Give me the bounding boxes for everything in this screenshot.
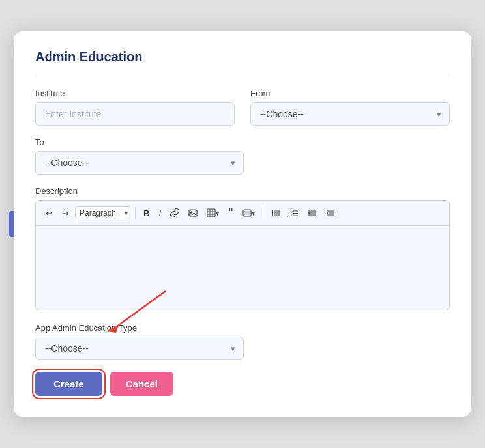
- form-group-institute: Institute: [35, 89, 235, 126]
- bold-button[interactable]: B: [140, 206, 153, 220]
- ordered-list-button[interactable]: 1.2.3.: [286, 206, 302, 219]
- institute-label: Institute: [35, 89, 235, 98]
- image-button[interactable]: [185, 206, 201, 219]
- redo-button[interactable]: ↪: [59, 206, 72, 220]
- form-group-to: To --Choose-- ▾: [35, 137, 244, 175]
- form-actions: Create Cancel: [35, 372, 450, 396]
- create-button[interactable]: Create: [35, 372, 102, 396]
- from-select-wrapper: --Choose-- ▾: [250, 102, 450, 126]
- embed-button[interactable]: ▾: [239, 206, 258, 219]
- form-group-description: Description ↩ ↪ Paragraph ▾ B I: [35, 186, 450, 311]
- to-label: To: [35, 137, 244, 147]
- table-button[interactable]: ▾: [203, 206, 222, 219]
- from-label: From: [250, 89, 450, 98]
- editor-toolbar: ↩ ↪ Paragraph ▾ B I: [36, 201, 449, 226]
- unordered-list-button[interactable]: [268, 206, 284, 219]
- quote-button[interactable]: ": [225, 205, 237, 221]
- indent-decrease-button[interactable]: [304, 206, 320, 219]
- editor-container: ↩ ↪ Paragraph ▾ B I: [35, 200, 450, 311]
- description-label: Description: [35, 186, 450, 196]
- undo-button[interactable]: ↩: [42, 206, 56, 220]
- form-row-institute-from: Institute From --Choose-- ▾: [35, 89, 450, 126]
- svg-point-9: [271, 210, 272, 212]
- to-select[interactable]: --Choose--: [35, 151, 244, 175]
- toolbar-divider-1: [135, 207, 136, 219]
- paragraph-select[interactable]: Paragraph: [75, 206, 130, 219]
- form-group-app-type: App Admin Education Type --Choose-- ▾: [35, 323, 450, 360]
- svg-text:3.: 3.: [290, 213, 293, 217]
- sidebar-accent: [9, 211, 14, 237]
- modal-overlay: Admin Education Institute From --Choose-…: [0, 0, 485, 448]
- form-row-to: To --Choose-- ▾: [35, 137, 450, 175]
- toolbar-divider-2: [263, 207, 263, 219]
- modal-title: Admin Education: [35, 49, 450, 74]
- from-select[interactable]: --Choose--: [250, 102, 450, 126]
- form-group-from: From --Choose-- ▾: [250, 89, 450, 126]
- institute-input[interactable]: [35, 102, 235, 126]
- svg-point-13: [271, 214, 272, 216]
- paragraph-select-wrap: Paragraph ▾: [75, 206, 130, 219]
- app-type-select[interactable]: --Choose--: [35, 337, 244, 360]
- italic-button[interactable]: I: [155, 206, 164, 220]
- link-button[interactable]: [167, 206, 183, 219]
- app-type-select-wrapper: --Choose-- ▾: [35, 337, 244, 360]
- editor-body[interactable]: [36, 226, 449, 311]
- indent-increase-button[interactable]: [323, 206, 338, 219]
- modal-container: Admin Education Institute From --Choose-…: [14, 31, 471, 417]
- svg-point-11: [271, 212, 272, 214]
- app-type-label: App Admin Education Type: [35, 323, 450, 333]
- svg-rect-8: [244, 211, 250, 215]
- cancel-button[interactable]: Cancel: [110, 372, 173, 396]
- to-select-wrapper: --Choose-- ▾: [35, 151, 244, 175]
- svg-rect-2: [207, 209, 215, 217]
